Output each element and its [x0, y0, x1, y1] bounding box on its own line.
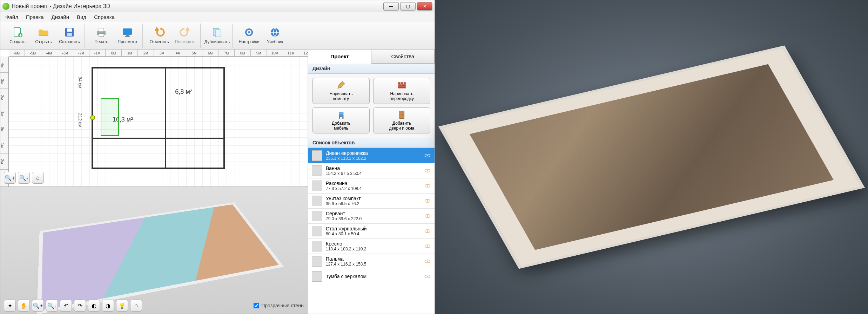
visibility-icon[interactable]: [424, 273, 431, 280]
tab-properties[interactable]: Свойства: [371, 50, 435, 63]
object-dims: 154.2 x 67.5 x 50.4: [326, 171, 420, 176]
svg-rect-8: [99, 34, 104, 37]
svg-point-37: [427, 246, 428, 247]
close-button[interactable]: ✕: [417, 2, 432, 11]
design-buttons: Нарисоватькомнату Нарисоватьперегородку …: [308, 74, 435, 138]
menu-edit[interactable]: Правка: [22, 13, 47, 21]
menu-help[interactable]: Справка: [90, 13, 118, 21]
object-name: Диван еврокнижка: [326, 150, 420, 156]
tool-settings[interactable]: Настройки: [237, 24, 261, 47]
object-row[interactable]: Ванна 154.2 x 67.5 x 50.4: [308, 163, 435, 178]
tab-project[interactable]: Проект: [308, 50, 371, 64]
visibility-icon[interactable]: [424, 228, 431, 235]
gear-icon: [243, 27, 255, 38]
svg-rect-20: [339, 117, 340, 119]
tool-print-label: Печать: [94, 39, 108, 44]
menu-file[interactable]: Файл: [2, 13, 22, 21]
pan-3d[interactable]: ✋: [18, 300, 30, 312]
tool-duplicate[interactable]: Дублировать: [205, 24, 229, 47]
btn-add-furniture[interactable]: Добавитьмебель: [312, 107, 370, 133]
tool-preview-label: Просмотр: [118, 39, 137, 44]
btn-draw-room[interactable]: Нарисоватькомнату: [312, 78, 370, 104]
globe-icon: [269, 27, 281, 38]
undo-icon: [154, 27, 165, 38]
svg-rect-21: [342, 117, 343, 119]
tool-redo[interactable]: Повторить: [173, 24, 197, 47]
transparent-walls-input[interactable]: [254, 303, 259, 308]
tool-duplicate-label: Дублировать: [204, 39, 230, 44]
object-list[interactable]: Диван еврокнижка 235.1 x 113.1 x 102.2 В…: [308, 148, 435, 314]
object-row[interactable]: Диван еврокнижка 235.1 x 113.1 x 102.2: [308, 148, 435, 163]
bottom-tools-3d: ✦ ✋ 🔍+ 🔍- ↶ ↷ ◐ ◑ 💡 ⌂ Прозрачные стены: [4, 300, 304, 312]
visibility-icon[interactable]: [424, 243, 431, 250]
object-dims: 80.4 x 80.1 x 50.4: [326, 231, 420, 236]
object-thumb: [312, 241, 322, 251]
object-row[interactable]: Сервант 79.0 x 39.6 x 222.0: [308, 209, 435, 224]
transparent-walls-check[interactable]: Прозрачные стены: [254, 303, 304, 308]
view-3d-2[interactable]: ◑: [102, 300, 114, 312]
tool-tutorial[interactable]: Учебник: [263, 24, 287, 47]
object-dims: 118.4 x 103.2 x 110.2: [326, 247, 420, 251]
view-3d-1[interactable]: ◐: [88, 300, 100, 312]
object-name: Тумба с зеркалом: [326, 274, 420, 279]
svg-point-39: [427, 261, 428, 262]
zoom-out-2d[interactable]: 🔍-: [18, 172, 30, 184]
btn-add-doors[interactable]: Добавитьдвери и окна: [373, 107, 430, 133]
object-row[interactable]: Пальма 127.4 x 116.2 x 158.5: [308, 254, 435, 269]
canvas-2d[interactable]: -6м-5м-4м-3м-2м-1м0м1м2м3м4м5м6м7м8м9м10…: [0, 50, 308, 187]
visibility-icon[interactable]: [424, 167, 431, 174]
object-row[interactable]: Стол журнальный 80.4 x 80.1 x 50.4: [308, 224, 435, 239]
svg-point-41: [427, 276, 428, 277]
room2-area: 6,8 м²: [175, 88, 192, 96]
object-thumb: [312, 256, 322, 267]
menu-view[interactable]: Вид: [73, 13, 90, 21]
toolbar: Создать Открыть Сохранить Печать Просмот…: [0, 22, 435, 50]
tool-open[interactable]: Открыть: [31, 24, 56, 47]
left-column: -6м-5м-4м-3м-2м-1м0м1м2м3м4м5м6м7м8м9м10…: [0, 50, 308, 314]
tool-preview[interactable]: Просмотр: [115, 24, 140, 47]
dim-84: 84 см: [78, 77, 83, 89]
rotate-right-3d[interactable]: ↷: [74, 300, 86, 312]
canvas-3d[interactable]: ✦ ✋ 🔍+ 🔍- ↶ ↷ ◐ ◑ 💡 ⌂ Прозрачные стены: [0, 187, 308, 314]
maximize-button[interactable]: ▢: [400, 2, 416, 11]
tool-new[interactable]: Создать: [5, 24, 30, 47]
selection-handle[interactable]: [90, 115, 95, 120]
content-area: -6м-5м-4м-3м-2м-1м0м1м2м3м4м5м6м7м8м9м10…: [0, 50, 435, 314]
tool-3d-1[interactable]: ✦: [4, 300, 16, 312]
home-2d[interactable]: ⌂: [32, 172, 44, 184]
visibility-icon[interactable]: [424, 212, 431, 220]
btn-draw-partition[interactable]: Нарисоватьперегородку: [373, 78, 430, 104]
window-title: Новый проект - Дизайн Интерьера 3D: [12, 3, 382, 9]
object-row[interactable]: Кресло 118.4 x 103.2 x 110.2: [308, 239, 435, 254]
ruler-vertical: -4м-3м-2м-1м0м1м2м: [0, 57, 9, 187]
light-3d[interactable]: 💡: [116, 300, 128, 312]
tool-open-label: Открыть: [35, 39, 52, 44]
rotate-left-3d[interactable]: ↶: [60, 300, 72, 312]
visibility-icon[interactable]: [424, 197, 431, 204]
tool-undo[interactable]: Отменить: [147, 24, 171, 47]
zoom-in-3d[interactable]: 🔍+: [32, 300, 44, 312]
object-thumb: [312, 226, 322, 236]
tool-save[interactable]: Сохранить: [57, 24, 82, 47]
object-row[interactable]: Раковина 77.3 x 57.2 x 108.4: [308, 178, 435, 194]
object-name: Пальма: [326, 256, 420, 262]
visibility-icon[interactable]: [424, 258, 431, 265]
zoom-out-3d[interactable]: 🔍-: [46, 300, 58, 312]
selection-box[interactable]: [101, 98, 119, 136]
object-name: Сервант: [326, 211, 420, 216]
tool-print[interactable]: Печать: [89, 24, 114, 47]
floor-plan[interactable]: 16,3 м² 6,8 м² 84 см 212 см: [92, 67, 225, 169]
minimize-button[interactable]: —: [383, 2, 399, 11]
titlebar: Новый проект - Дизайн Интерьера 3D — ▢ ✕: [0, 0, 435, 12]
object-row[interactable]: Тумба с зеркалом: [308, 269, 435, 284]
zoom-in-2d[interactable]: 🔍+: [4, 172, 16, 184]
visibility-icon[interactable]: [424, 182, 431, 189]
menu-design[interactable]: Дизайн: [48, 13, 73, 21]
svg-rect-10: [126, 35, 129, 36]
pencil-room-icon: [337, 81, 346, 90]
home-3d[interactable]: ⌂: [130, 300, 142, 312]
new-file-icon: [12, 27, 23, 38]
visibility-icon[interactable]: [424, 152, 431, 159]
object-row[interactable]: Унитаз компакт 35.6 x 56.5 x 76.2: [308, 194, 435, 209]
tool-new-label: Создать: [9, 39, 26, 44]
